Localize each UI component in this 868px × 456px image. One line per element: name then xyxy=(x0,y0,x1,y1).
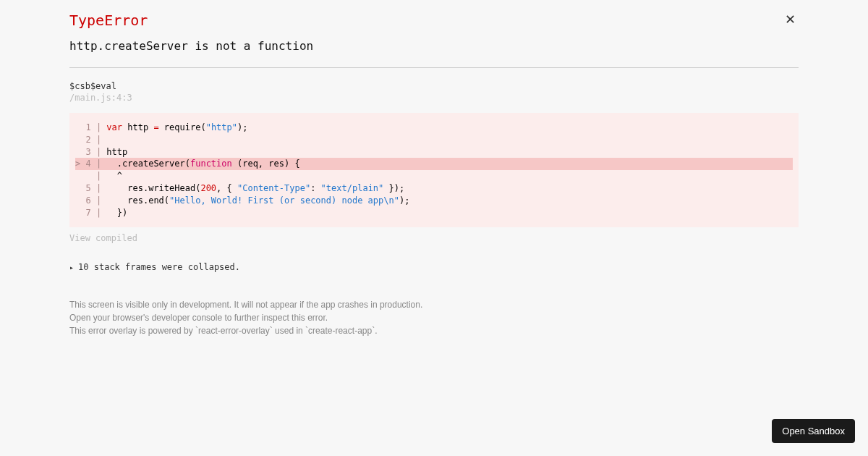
code-snippet: 1 | var http = require("http"); 2 | 3 | … xyxy=(69,113,799,227)
trace-location: /main.js:4:3 xyxy=(69,93,799,103)
error-overlay: TypeError ✕ http.createServer is not a f… xyxy=(0,0,868,337)
code-line: 1 | var http = require("http"); xyxy=(75,122,793,134)
open-sandbox-button[interactable]: Open Sandbox xyxy=(772,419,855,443)
code-line: | ^ xyxy=(75,170,793,182)
close-icon[interactable]: ✕ xyxy=(782,12,799,28)
code-line: > 4 | .createServer(function (req, res) … xyxy=(75,158,793,170)
footer-line: This screen is visible only in developme… xyxy=(69,298,799,311)
code-line: 2 | xyxy=(75,134,793,146)
collapsed-frames-toggle[interactable]: 10 stack frames were collapsed. xyxy=(69,262,799,272)
trace-origin: $csb$eval xyxy=(69,81,799,91)
footer-line: Open your browser's developer console to… xyxy=(69,311,799,324)
error-message: http.createServer is not a function xyxy=(69,39,799,53)
code-line: 5 | res.writeHead(200, { "Content-Type":… xyxy=(75,182,793,195)
divider xyxy=(69,67,799,68)
code-line: 7 | }) xyxy=(75,207,793,219)
view-compiled-link[interactable]: View compiled xyxy=(69,233,799,243)
code-line: 6 | res.end("Hello, World! First (or sec… xyxy=(75,195,793,207)
footer-line: This error overlay is powered by `react-… xyxy=(69,324,799,337)
code-line: 3 | http xyxy=(75,146,793,159)
footer-note: This screen is visible only in developme… xyxy=(69,298,799,337)
error-type: TypeError xyxy=(69,12,799,29)
